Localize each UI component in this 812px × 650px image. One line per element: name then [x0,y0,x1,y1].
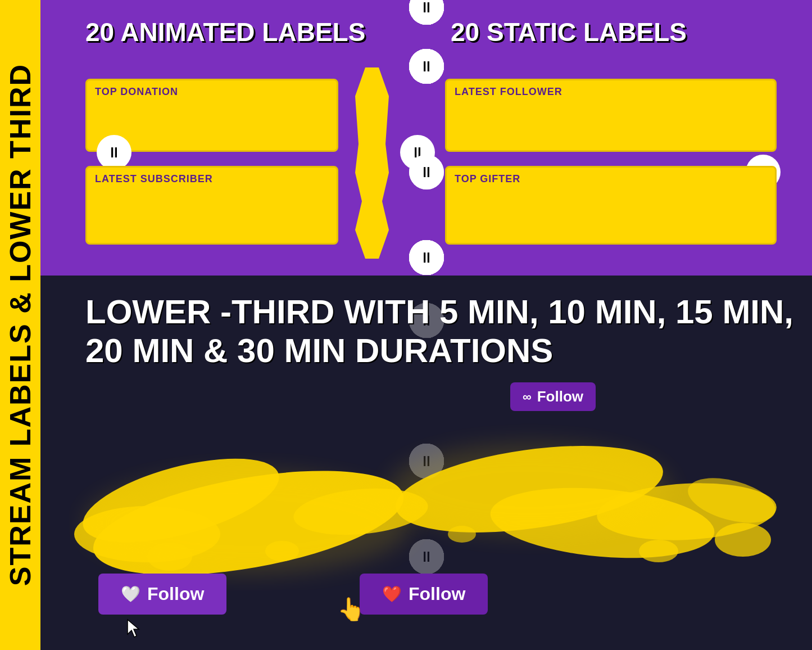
top-gifter-label: TOP GIFTER [455,173,520,185]
follow-button-2[interactable]: ❤️ Follow [360,574,488,615]
heart-icon-1: 🤍 [121,585,140,603]
latest-subscriber-label: LATEST SUBSCRIBER [95,173,213,185]
ghost-icon: ⏸ [409,155,444,189]
latest-follower-box: LATEST FOLLOWER [445,79,777,152]
follow-label-small: Follow [537,388,583,405]
sidebar-text: STREAM LABELS & LOWER THIRD [6,64,35,586]
svg-point-8 [389,444,670,534]
svg-point-7 [85,472,411,574]
follow-label-2: Follow [409,584,465,604]
svg-point-13 [715,523,771,557]
cursor-arrow [126,619,143,639]
top-section: ⏸ ⏸ ⏸ ⏸ ⏸ ⏸ ⏸ ⏸ ⏸ ⏸ ⏸ ⏸ 20 ANIMATED LABE… [40,0,812,281]
ghost-icon: ⏸ [409,49,444,84]
follow-label-1: Follow [147,584,204,604]
follow-button-small[interactable]: ∞ Follow [510,382,596,411]
yellow-splatter [355,67,389,259]
follow-button-1[interactable]: 🤍 Follow [98,574,226,615]
heart-icon-2: ❤️ [382,585,402,603]
animated-labels-header: 20 ANIMATED LABELS [85,17,365,47]
svg-point-12 [639,540,678,562]
ghost-icon: ⏸ [409,240,444,275]
infinity-icon-small: ∞ [523,390,532,404]
svg-point-11 [448,526,476,543]
latest-subscriber-box: LATEST SUBSCRIBER [85,166,338,245]
lower-third-line2: 20 MIN & 30 MIN DURATIONS [85,331,793,370]
static-labels-header: 20 STATIC LABELS [451,17,687,47]
top-donation-label: TOP DONATION [95,86,178,98]
lava-blobs [69,365,799,590]
ghost-icon: ⏸ [409,0,444,25]
lower-third-heading: LOWER -THIRD WITH 5 MIN, 10 MIN, 15 MIN,… [85,292,793,370]
ghost-pattern-top: ⏸ ⏸ ⏸ ⏸ ⏸ ⏸ ⏸ ⏸ ⏸ ⏸ ⏸ ⏸ [40,3,812,12]
top-gifter-box: TOP GIFTER [445,166,777,245]
svg-point-10 [265,541,299,561]
lower-third-line1: LOWER -THIRD WITH 5 MIN, 10 MIN, 15 MIN, [85,292,793,331]
svg-point-9 [147,543,192,571]
cursor-hand: 👆 [337,596,365,622]
latest-follower-label: LATEST FOLLOWER [455,86,562,98]
sidebar: STREAM LABELS & LOWER THIRD [0,0,40,650]
